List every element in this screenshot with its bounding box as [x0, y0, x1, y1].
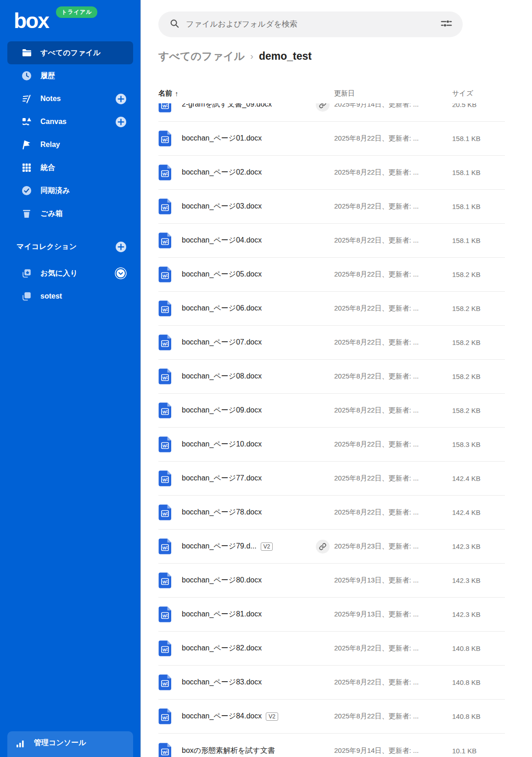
filter-icon[interactable] — [441, 18, 453, 30]
search-input[interactable] — [186, 20, 441, 29]
modified-date: 2025年8月23日、更新者: ... — [334, 542, 452, 551]
svg-text:W: W — [162, 104, 167, 108]
shared-link-button[interactable] — [316, 540, 330, 554]
table-row[interactable]: Wbocchan_ページ78.docx2025年8月22日、更新者: ...14… — [158, 496, 505, 530]
file-name-link[interactable]: bocchan_ページ07.docx — [182, 338, 262, 347]
docx-file-icon: W — [158, 266, 172, 282]
file-name-link[interactable]: bocchan_ページ81.docx — [182, 610, 262, 619]
add-button plus-circle-icon[interactable] — [115, 93, 127, 105]
file-name-link[interactable]: bocchan_ページ79.d... — [182, 542, 257, 551]
table-row[interactable]: Wbocchan_ページ06.docx2025年8月22日、更新者: ...15… — [158, 292, 505, 326]
table-row[interactable]: Wbocchan_ページ81.docx2025年9月13日、更新者: ...14… — [158, 598, 505, 632]
sidebar-item-label: 履歴 — [40, 71, 55, 81]
sidebar-item-label: Relay — [40, 141, 60, 149]
docx-file-icon: W — [158, 470, 172, 486]
table-row[interactable]: Wbocchan_ページ03.docx2025年8月22日、更新者: ...15… — [158, 190, 505, 224]
breadcrumb: すべてのファイル › demo_test — [158, 49, 532, 63]
file-name-link[interactable]: bocchan_ページ02.docx — [182, 168, 262, 177]
breadcrumb-current: demo_test — [259, 50, 312, 62]
file-name-link[interactable]: bocchan_ページ05.docx — [182, 270, 262, 279]
file-name-link[interactable]: bocchan_ページ01.docx — [182, 134, 262, 143]
modified-date: 2025年8月22日、更新者: ... — [334, 202, 452, 211]
modified-date: 2025年8月22日、更新者: ... — [334, 270, 452, 279]
column-header-name[interactable]: 名前 ↑ — [158, 89, 316, 98]
table-row[interactable]: Wbocchan_ページ10.docx2025年8月22日、更新者: ...15… — [158, 428, 505, 462]
sidebar-item-[interactable]: 履歴 — [7, 64, 133, 87]
svg-text:W: W — [162, 614, 167, 618]
modified-date: 2025年8月22日、更新者: ... — [334, 474, 452, 483]
modified-date: 2025年8月22日、更新者: ... — [334, 168, 452, 177]
table-row[interactable]: Wbocchan_ページ01.docx2025年8月22日、更新者: ...15… — [158, 122, 505, 156]
table-header: 名前 ↑ 更新日 サイズ — [158, 83, 505, 103]
table-row[interactable]: Wbocchan_ページ02.docx2025年8月22日、更新者: ...15… — [158, 156, 505, 190]
breadcrumb-parent[interactable]: すべてのファイル — [158, 49, 245, 63]
file-name-link[interactable]: bocchan_ページ82.docx — [182, 644, 262, 653]
file-size: 10.1 KB — [452, 747, 505, 755]
file-name-link[interactable]: bocchan_ページ09.docx — [182, 406, 262, 415]
sidebar-nav: すべてのファイル履歴NotesCanvasRelay統合同期済みごみ箱 — [0, 38, 140, 225]
sidebar-item-[interactable]: 同期済み — [7, 179, 133, 202]
sidebar-item-[interactable]: ごみ箱 — [7, 202, 133, 225]
file-cell: Wbocchan_ページ81.docx — [158, 606, 316, 622]
file-name-link[interactable]: boxの形態素解析を試す文書 — [182, 746, 275, 756]
chevron-down-circle-icon[interactable] — [115, 267, 127, 279]
file-name-link[interactable]: bocchan_ページ03.docx — [182, 202, 262, 211]
svg-text:W: W — [162, 512, 167, 516]
share-cell — [316, 540, 334, 554]
file-size: 142.4 KB — [452, 508, 505, 516]
file-name-link[interactable]: bocchan_ページ77.docx — [182, 474, 262, 483]
add-button plus-circle-icon[interactable] — [115, 116, 127, 128]
file-cell: Wbocchan_ページ01.docx — [158, 130, 316, 147]
table-row[interactable]: Wbocchan_ページ84.docxV22025年8月22日、更新者: ...… — [158, 700, 505, 734]
table-row[interactable]: Wbocchan_ページ04.docx2025年8月22日、更新者: ...15… — [158, 224, 505, 258]
search-bar[interactable] — [158, 11, 463, 37]
sidebar-item-sotest[interactable]: sotest — [7, 285, 133, 308]
sidebar-item-[interactable]: すべてのファイル — [7, 41, 133, 64]
table-row[interactable]: Wbocchan_ページ05.docx2025年8月22日、更新者: ...15… — [158, 258, 505, 292]
file-name-link[interactable]: bocchan_ページ08.docx — [182, 372, 262, 381]
file-cell: Wbocchan_ページ80.docx — [158, 572, 316, 588]
svg-text:W: W — [162, 682, 167, 686]
file-name-link[interactable]: bocchan_ページ83.docx — [182, 678, 262, 687]
file-size: 140.8 KB — [452, 712, 505, 720]
plus-circle-icon[interactable] — [115, 241, 127, 253]
docx-file-icon: W — [158, 130, 172, 147]
my-collections-header: マイコレクション — [7, 235, 133, 258]
file-name-link[interactable]: bocchan_ページ78.docx — [182, 508, 262, 517]
file-size: 158.2 KB — [452, 373, 505, 380]
column-header-modified[interactable]: 更新日 — [334, 89, 452, 98]
sidebar-item-notes[interactable]: Notes — [7, 87, 133, 110]
admin-console-item[interactable]: 管理コンソール — [7, 731, 133, 757]
table-row[interactable]: Wbocchan_ページ82.docx2025年8月22日、更新者: ...14… — [158, 632, 505, 666]
table-row[interactable]: Wbocchan_ページ77.docx2025年8月22日、更新者: ...14… — [158, 462, 505, 496]
file-name-link[interactable]: bocchan_ページ10.docx — [182, 440, 262, 449]
file-name-link[interactable]: bocchan_ページ04.docx — [182, 236, 262, 245]
svg-text:W: W — [162, 750, 167, 754]
file-cell: Wbocchan_ページ82.docx — [158, 640, 316, 656]
table-row[interactable]: Wbocchan_ページ83.docx2025年8月22日、更新者: ...14… — [158, 666, 505, 700]
table-row[interactable]: Wbocchan_ページ79.d...V22025年8月23日、更新者: ...… — [158, 530, 505, 564]
file-name-link[interactable]: bocchan_ページ84.docx — [182, 712, 262, 721]
table-row[interactable]: Wboxの形態素解析を試す文書2025年9月14日、更新者: ...10.1 K… — [158, 734, 505, 757]
docx-file-icon: W — [158, 708, 172, 724]
table-row[interactable]: Wbocchan_ページ80.docx2025年9月13日、更新者: ...14… — [158, 564, 505, 598]
sidebar-item-[interactable]: お気に入り — [7, 262, 133, 285]
file-size: 158.2 KB — [452, 407, 505, 414]
svg-text:W: W — [162, 172, 167, 176]
file-size: 158.3 KB — [452, 441, 505, 448]
file-cell: Wboxの形態素解析を試す文書 — [158, 743, 316, 757]
breadcrumb-separator-icon: › — [250, 51, 253, 62]
sidebar-item-label: すべてのファイル — [40, 48, 101, 58]
table-row[interactable]: Wbocchan_ページ08.docx2025年8月22日、更新者: ...15… — [158, 360, 505, 394]
file-cell: Wbocchan_ページ02.docx — [158, 164, 316, 181]
column-header-size[interactable]: サイズ — [452, 89, 505, 98]
docx-file-icon: W — [158, 640, 172, 656]
clock-icon — [21, 70, 32, 81]
sidebar-item-[interactable]: 統合 — [7, 156, 133, 179]
table-row[interactable]: Wbocchan_ページ09.docx2025年8月22日、更新者: ...15… — [158, 394, 505, 428]
table-row[interactable]: Wbocchan_ページ07.docx2025年8月22日、更新者: ...15… — [158, 326, 505, 360]
file-name-link[interactable]: bocchan_ページ06.docx — [182, 304, 262, 313]
file-name-link[interactable]: bocchan_ページ80.docx — [182, 576, 262, 585]
sidebar-item-canvas[interactable]: Canvas — [7, 110, 133, 133]
sidebar-item-relay[interactable]: Relay — [7, 133, 133, 156]
